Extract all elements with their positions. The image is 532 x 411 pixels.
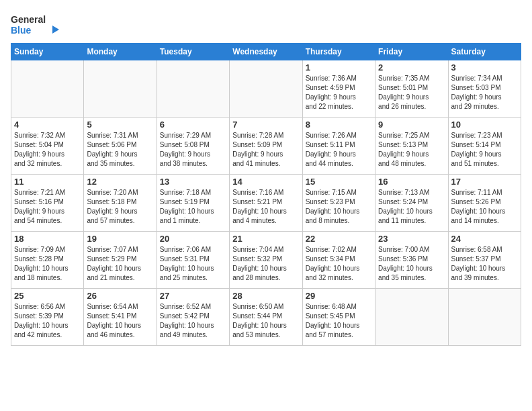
day-number: 10 bbox=[451, 120, 518, 130]
day-info: Sunrise: 6:58 AMSunset: 5:37 PMDaylight:… bbox=[451, 245, 518, 283]
day-info: Sunrise: 7:21 AMSunset: 5:16 PMDaylight:… bbox=[14, 188, 81, 226]
day-number: 2 bbox=[378, 62, 445, 73]
day-number: 24 bbox=[451, 234, 518, 244]
day-info: Sunrise: 7:36 AMSunset: 4:59 PMDaylight:… bbox=[306, 74, 372, 111]
calendar-week-3: 11Sunrise: 7:21 AMSunset: 5:16 PMDayligh… bbox=[11, 175, 521, 232]
column-header-wednesday: Wednesday bbox=[230, 44, 302, 60]
day-info: Sunrise: 7:20 AMSunset: 5:18 PMDaylight:… bbox=[87, 188, 153, 226]
day-info: Sunrise: 7:07 AMSunset: 5:29 PMDaylight:… bbox=[87, 245, 153, 283]
day-info: Sunrise: 7:18 AMSunset: 5:19 PMDaylight:… bbox=[160, 188, 226, 226]
day-number: 29 bbox=[306, 291, 372, 301]
calendar-cell: 4Sunrise: 7:32 AMSunset: 5:04 PMDaylight… bbox=[11, 118, 84, 175]
day-info: Sunrise: 7:32 AMSunset: 5:04 PMDaylight:… bbox=[14, 131, 81, 169]
calendar-week-5: 25Sunrise: 6:56 AMSunset: 5:39 PMDayligh… bbox=[11, 289, 521, 346]
day-info: Sunrise: 7:26 AMSunset: 5:11 PMDaylight:… bbox=[306, 131, 372, 169]
calendar-cell: 20Sunrise: 7:06 AMSunset: 5:31 PMDayligh… bbox=[157, 232, 229, 289]
calendar-cell: 11Sunrise: 7:21 AMSunset: 5:16 PMDayligh… bbox=[11, 175, 84, 232]
day-info: Sunrise: 7:28 AMSunset: 5:09 PMDaylight:… bbox=[232, 131, 299, 169]
day-number: 17 bbox=[451, 177, 518, 187]
day-info: Sunrise: 7:04 AMSunset: 5:32 PMDaylight:… bbox=[232, 245, 299, 283]
calendar-cell: 15Sunrise: 7:15 AMSunset: 5:23 PMDayligh… bbox=[302, 175, 375, 232]
day-info: Sunrise: 7:06 AMSunset: 5:31 PMDaylight:… bbox=[160, 245, 226, 283]
column-header-thursday: Thursday bbox=[302, 44, 375, 60]
calendar-cell: 12Sunrise: 7:20 AMSunset: 5:18 PMDayligh… bbox=[84, 175, 157, 232]
day-info: Sunrise: 7:29 AMSunset: 5:08 PMDaylight:… bbox=[160, 131, 226, 169]
calendar-cell: 28Sunrise: 6:50 AMSunset: 5:44 PMDayligh… bbox=[230, 289, 302, 346]
calendar-cell: 6Sunrise: 7:29 AMSunset: 5:08 PMDaylight… bbox=[157, 118, 229, 175]
svg-text:Blue: Blue bbox=[11, 25, 32, 36]
day-number: 21 bbox=[232, 234, 299, 244]
day-number: 5 bbox=[87, 120, 153, 130]
day-number: 23 bbox=[378, 234, 445, 244]
calendar-cell bbox=[230, 60, 302, 118]
logo-svg: GeneralBlue bbox=[11, 11, 64, 38]
calendar-cell bbox=[157, 60, 229, 118]
day-info: Sunrise: 7:09 AMSunset: 5:28 PMDaylight:… bbox=[14, 245, 81, 283]
day-number: 12 bbox=[87, 177, 153, 187]
day-number: 8 bbox=[306, 120, 372, 130]
calendar-cell: 10Sunrise: 7:23 AMSunset: 5:14 PMDayligh… bbox=[448, 118, 521, 175]
day-info: Sunrise: 7:23 AMSunset: 5:14 PMDaylight:… bbox=[451, 131, 518, 169]
day-info: Sunrise: 6:48 AMSunset: 5:45 PMDaylight:… bbox=[306, 302, 372, 340]
day-info: Sunrise: 7:34 AMSunset: 5:03 PMDaylight:… bbox=[451, 74, 518, 111]
day-info: Sunrise: 7:16 AMSunset: 5:21 PMDaylight:… bbox=[232, 188, 299, 226]
day-info: Sunrise: 7:35 AMSunset: 5:01 PMDaylight:… bbox=[378, 74, 445, 111]
calendar-cell: 3Sunrise: 7:34 AMSunset: 5:03 PMDaylight… bbox=[448, 60, 521, 118]
calendar-cell: 21Sunrise: 7:04 AMSunset: 5:32 PMDayligh… bbox=[230, 232, 302, 289]
day-info: Sunrise: 7:00 AMSunset: 5:36 PMDaylight:… bbox=[378, 245, 445, 283]
day-number: 6 bbox=[160, 120, 226, 130]
column-header-tuesday: Tuesday bbox=[157, 44, 229, 60]
calendar-cell: 17Sunrise: 7:11 AMSunset: 5:26 PMDayligh… bbox=[448, 175, 521, 232]
calendar-cell: 23Sunrise: 7:00 AMSunset: 5:36 PMDayligh… bbox=[375, 232, 448, 289]
day-info: Sunrise: 6:50 AMSunset: 5:44 PMDaylight:… bbox=[232, 302, 299, 340]
calendar-cell bbox=[448, 289, 521, 346]
calendar-cell: 26Sunrise: 6:54 AMSunset: 5:41 PMDayligh… bbox=[84, 289, 157, 346]
calendar-cell: 24Sunrise: 6:58 AMSunset: 5:37 PMDayligh… bbox=[448, 232, 521, 289]
calendar-cell: 14Sunrise: 7:16 AMSunset: 5:21 PMDayligh… bbox=[230, 175, 302, 232]
calendar-cell: 1Sunrise: 7:36 AMSunset: 4:59 PMDaylight… bbox=[302, 60, 375, 118]
calendar-cell: 7Sunrise: 7:28 AMSunset: 5:09 PMDaylight… bbox=[230, 118, 302, 175]
svg-marker-2 bbox=[52, 26, 59, 34]
calendar-cell: 2Sunrise: 7:35 AMSunset: 5:01 PMDaylight… bbox=[375, 60, 448, 118]
day-number: 20 bbox=[160, 234, 226, 244]
day-info: Sunrise: 6:56 AMSunset: 5:39 PMDaylight:… bbox=[14, 302, 81, 340]
day-number: 22 bbox=[306, 234, 372, 244]
calendar-week-1: 1Sunrise: 7:36 AMSunset: 4:59 PMDaylight… bbox=[11, 60, 521, 118]
day-info: Sunrise: 7:13 AMSunset: 5:24 PMDaylight:… bbox=[378, 188, 445, 226]
day-number: 13 bbox=[160, 177, 226, 187]
day-number: 18 bbox=[14, 234, 81, 244]
column-header-friday: Friday bbox=[375, 44, 448, 60]
day-info: Sunrise: 7:15 AMSunset: 5:23 PMDaylight:… bbox=[306, 188, 372, 226]
calendar-cell: 18Sunrise: 7:09 AMSunset: 5:28 PMDayligh… bbox=[11, 232, 84, 289]
calendar-cell: 29Sunrise: 6:48 AMSunset: 5:45 PMDayligh… bbox=[302, 289, 375, 346]
day-info: Sunrise: 7:25 AMSunset: 5:13 PMDaylight:… bbox=[378, 131, 445, 169]
day-number: 28 bbox=[232, 291, 299, 301]
day-number: 9 bbox=[378, 120, 445, 130]
calendar-cell bbox=[84, 60, 157, 118]
day-number: 16 bbox=[378, 177, 445, 187]
calendar-cell bbox=[11, 60, 84, 118]
day-info: Sunrise: 6:54 AMSunset: 5:41 PMDaylight:… bbox=[87, 302, 153, 340]
day-number: 11 bbox=[14, 177, 81, 187]
column-header-sunday: Sunday bbox=[11, 44, 84, 60]
day-number: 27 bbox=[160, 291, 226, 301]
calendar-cell: 9Sunrise: 7:25 AMSunset: 5:13 PMDaylight… bbox=[375, 118, 448, 175]
calendar-cell: 16Sunrise: 7:13 AMSunset: 5:24 PMDayligh… bbox=[375, 175, 448, 232]
calendar-cell bbox=[375, 289, 448, 346]
calendar-cell: 25Sunrise: 6:56 AMSunset: 5:39 PMDayligh… bbox=[11, 289, 84, 346]
day-info: Sunrise: 7:31 AMSunset: 5:06 PMDaylight:… bbox=[87, 131, 153, 169]
calendar-week-4: 18Sunrise: 7:09 AMSunset: 5:28 PMDayligh… bbox=[11, 232, 521, 289]
day-number: 14 bbox=[232, 177, 299, 187]
column-header-monday: Monday bbox=[84, 44, 157, 60]
calendar-table: SundayMondayTuesdayWednesdayThursdayFrid… bbox=[11, 43, 521, 346]
page-header: GeneralBlue bbox=[11, 11, 521, 38]
day-number: 19 bbox=[87, 234, 153, 244]
day-number: 3 bbox=[451, 62, 518, 73]
day-info: Sunrise: 7:02 AMSunset: 5:34 PMDaylight:… bbox=[306, 245, 372, 283]
calendar-cell: 27Sunrise: 6:52 AMSunset: 5:42 PMDayligh… bbox=[157, 289, 229, 346]
day-info: Sunrise: 7:11 AMSunset: 5:26 PMDaylight:… bbox=[451, 188, 518, 226]
day-number: 25 bbox=[14, 291, 81, 301]
calendar-week-2: 4Sunrise: 7:32 AMSunset: 5:04 PMDaylight… bbox=[11, 118, 521, 175]
column-header-saturday: Saturday bbox=[448, 44, 521, 60]
calendar-cell: 22Sunrise: 7:02 AMSunset: 5:34 PMDayligh… bbox=[302, 232, 375, 289]
